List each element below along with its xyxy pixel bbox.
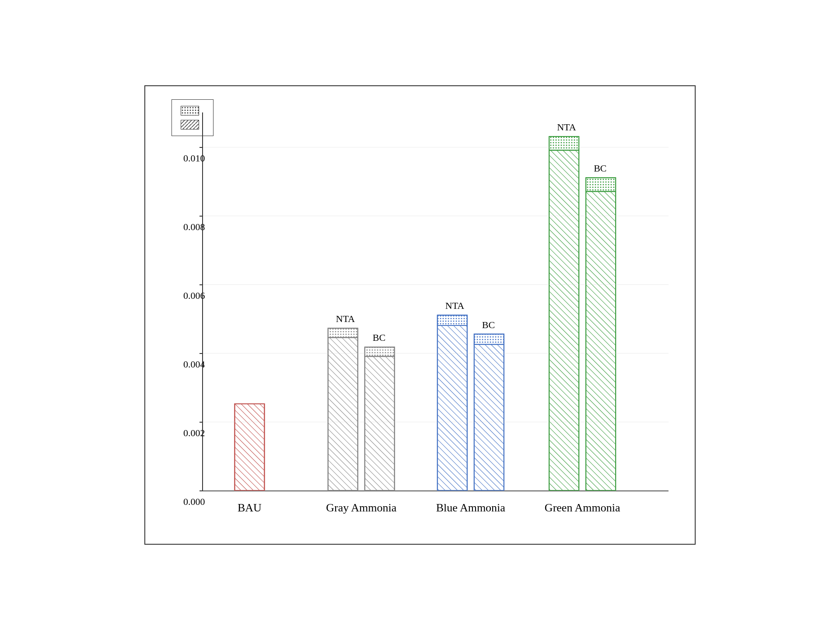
svg-rect-1 bbox=[181, 106, 199, 116]
x-axis-label: Blue Ammonia bbox=[436, 501, 505, 514]
y-tick-label: 0.008 bbox=[183, 221, 205, 233]
capex-swatch bbox=[181, 106, 199, 116]
y-tick-label: 0.002 bbox=[183, 427, 205, 439]
y-tick-label: 0.004 bbox=[183, 359, 205, 370]
bar-capex bbox=[365, 347, 395, 356]
legend-opex bbox=[181, 120, 204, 130]
bar-capex bbox=[549, 136, 579, 150]
bar-opex bbox=[586, 192, 616, 490]
opex-swatch bbox=[181, 120, 199, 130]
bar-capex bbox=[328, 328, 358, 337]
x-axis-label: BAU bbox=[238, 501, 262, 514]
legend-capex bbox=[181, 106, 204, 116]
bar-label-nta: NTA bbox=[336, 313, 355, 325]
chart-container: 0.0000.0020.0040.0060.0080.010BAUGray Am… bbox=[144, 85, 696, 545]
bar-capex bbox=[438, 315, 467, 326]
bar-opex bbox=[234, 404, 264, 490]
svg-rect-3 bbox=[181, 120, 199, 130]
y-tick-label: 0.000 bbox=[183, 496, 205, 508]
x-axis-label: Green Ammonia bbox=[545, 501, 620, 514]
y-tick-label: 0.006 bbox=[183, 290, 205, 301]
bar-opex bbox=[328, 337, 358, 490]
x-axis-label: Gray Ammonia bbox=[326, 501, 396, 514]
bar-label-bc: BC bbox=[594, 163, 606, 174]
bar-capex bbox=[586, 178, 616, 191]
bar-opex bbox=[474, 344, 504, 490]
chart-area: 0.0000.0020.0040.0060.0080.010BAUGray Am… bbox=[202, 112, 668, 491]
bar-opex bbox=[438, 326, 467, 490]
bar-label-nta: NTA bbox=[557, 122, 576, 133]
bar-opex bbox=[365, 357, 395, 490]
y-tick-label: 0.010 bbox=[183, 153, 205, 164]
bar-label-bc: BC bbox=[482, 319, 495, 331]
bar-opex bbox=[549, 150, 579, 490]
bar-label-bc: BC bbox=[373, 332, 385, 343]
bar-label-nta: NTA bbox=[445, 300, 464, 312]
bar-capex bbox=[474, 334, 504, 345]
